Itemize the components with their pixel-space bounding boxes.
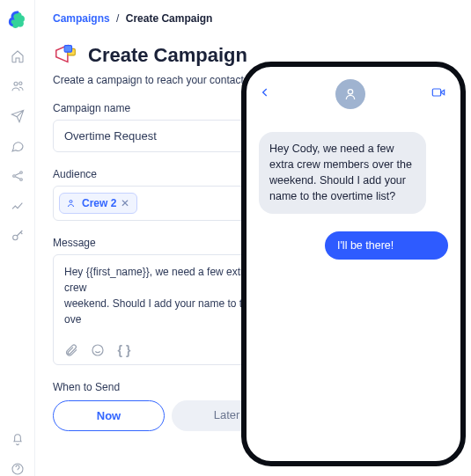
svg-point-10 <box>92 345 103 355</box>
emoji-icon[interactable] <box>91 343 105 357</box>
breadcrumb-root[interactable]: Campaigns <box>53 12 110 25</box>
key-icon[interactable] <box>11 229 25 243</box>
breadcrumb: Campaigns / Create Campaign <box>53 12 453 25</box>
breadcrumb-current: Create Campaign <box>126 12 213 25</box>
audience-chip[interactable]: Crew 2 ✕ <box>59 193 137 214</box>
svg-point-3 <box>19 172 22 174</box>
variable-icon[interactable]: { } <box>117 343 131 357</box>
chip-label: Crew 2 <box>82 197 116 209</box>
svg-point-11 <box>348 90 352 94</box>
chat-icon[interactable] <box>11 139 25 153</box>
back-icon[interactable] <box>259 84 271 105</box>
svg-point-2 <box>12 175 15 178</box>
bell-icon[interactable] <box>11 432 25 446</box>
sidebar <box>0 0 35 476</box>
megaphone-icon <box>53 40 79 70</box>
home-icon[interactable] <box>11 49 25 63</box>
phone-mock: Hey Cody, we need a few extra crew membe… <box>241 62 466 466</box>
svg-point-0 <box>14 82 18 85</box>
chip-remove-icon[interactable]: ✕ <box>121 197 129 209</box>
video-icon[interactable] <box>429 85 448 103</box>
users-icon[interactable] <box>11 79 25 93</box>
svg-rect-12 <box>432 89 440 96</box>
attachment-icon[interactable] <box>64 343 78 357</box>
page-title: Create Campaign <box>88 44 247 67</box>
outgoing-message: I'll be there! <box>325 231 448 260</box>
analytics-icon[interactable] <box>11 199 25 213</box>
send-now-button[interactable]: Now <box>53 400 165 431</box>
svg-point-4 <box>19 179 22 181</box>
svg-point-5 <box>12 235 17 239</box>
incoming-message: Hey Cody, we need a few extra crew membe… <box>259 132 426 214</box>
breadcrumb-sep: / <box>116 12 119 25</box>
svg-point-9 <box>70 201 72 203</box>
avatar-icon[interactable] <box>335 79 365 109</box>
logo-icon <box>8 11 27 33</box>
svg-point-1 <box>18 82 21 84</box>
svg-rect-8 <box>64 46 71 53</box>
help-icon[interactable] <box>11 462 25 476</box>
send-icon[interactable] <box>11 109 25 123</box>
share-icon[interactable] <box>11 169 25 183</box>
crew-icon <box>67 198 77 209</box>
